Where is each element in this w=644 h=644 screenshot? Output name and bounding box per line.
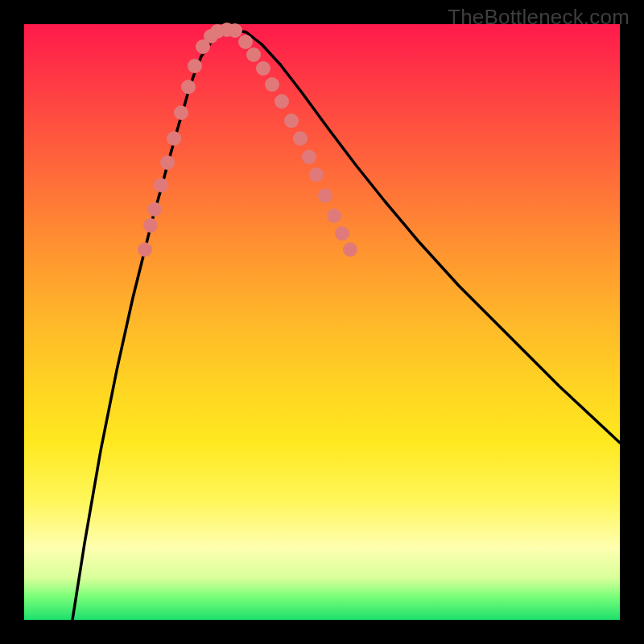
marker-dot: [154, 178, 168, 192]
marker-dot: [309, 167, 324, 182]
marker-dot: [188, 59, 202, 73]
marker-dot: [302, 150, 316, 164]
marker-dot: [160, 155, 175, 170]
marker-dot: [246, 47, 261, 62]
marker-dot: [284, 114, 299, 128]
marker-dot: [167, 131, 181, 146]
marker-dot: [147, 202, 162, 217]
chart-frame: TheBottleneck.com: [0, 0, 644, 644]
marker-dot: [174, 105, 188, 120]
marker-dot: [293, 131, 308, 146]
marker-dot: [275, 94, 289, 109]
chart-curve: [72, 30, 620, 620]
watermark-text: TheBottleneck.com: [448, 5, 630, 30]
marker-dot: [318, 188, 332, 203]
marker-dot: [238, 35, 253, 49]
chart-plot-area: [24, 24, 620, 620]
marker-dot: [343, 242, 357, 257]
marker-dot: [256, 61, 270, 76]
chart-svg: [24, 24, 620, 620]
marker-dot: [181, 80, 196, 94]
marker-dot: [143, 218, 158, 233]
chart-markers: [138, 23, 357, 257]
marker-dot: [265, 77, 279, 92]
marker-dot: [228, 23, 242, 38]
marker-dot: [327, 208, 341, 223]
marker-dot: [335, 226, 349, 241]
marker-dot: [138, 242, 152, 257]
